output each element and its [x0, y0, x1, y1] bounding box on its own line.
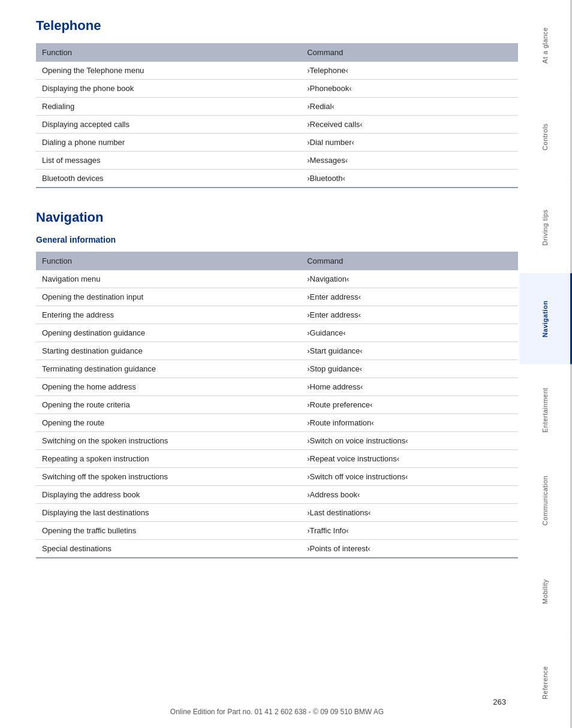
telephone-section: Telephone Function Command Opening the T…: [36, 18, 518, 188]
footer: 263 Online Edition for Part no. 01 41 2 …: [36, 697, 518, 716]
function-cell: Redialing: [36, 98, 301, 116]
command-cell: ›Bluetooth‹: [301, 170, 518, 188]
table-row: Special destinations›Points of interest‹: [36, 540, 518, 558]
telephone-table: Function Command Opening the Telephone m…: [36, 43, 518, 188]
table-row: List of messages›Messages‹: [36, 152, 518, 170]
command-cell: ›Home address‹: [301, 378, 518, 396]
command-cell: ›Repeat voice instructions‹: [301, 450, 518, 468]
navigation-table: Function Command Navigation menu›Navigat…: [36, 252, 518, 558]
table-row: Opening the Telephone menu›Telephone‹: [36, 62, 518, 80]
page-number: 263: [36, 697, 518, 706]
function-cell: Dialing a phone number: [36, 134, 301, 152]
function-cell: Opening the home address: [36, 378, 301, 396]
command-cell: ›Received calls‹: [301, 116, 518, 134]
main-content: Telephone Function Command Opening the T…: [36, 0, 518, 602]
table-row: Redialing›Redial‹: [36, 98, 518, 116]
command-cell: ›Address book‹: [301, 486, 518, 504]
function-cell: Opening the traffic bulletins: [36, 522, 301, 540]
footer-text: Online Edition for Part no. 01 41 2 602 …: [36, 708, 518, 716]
command-cell: ›Guidance‹: [301, 324, 518, 342]
table-row: Repeating a spoken instruction›Repeat vo…: [36, 450, 518, 468]
sidebar-tabs: At a glance Controls Driving tips Naviga…: [519, 0, 572, 728]
table-row: Switching off the spoken instructions›Sw…: [36, 468, 518, 486]
function-cell: Bluetooth devices: [36, 170, 301, 188]
sidebar-tab-driving-tips[interactable]: Driving tips: [519, 182, 572, 273]
sidebar-tab-navigation[interactable]: Navigation: [519, 273, 572, 364]
navigation-subsection: General information Function Command Nav…: [36, 235, 518, 558]
function-cell: Navigation menu: [36, 270, 301, 288]
table-row: Entering the address›Enter address‹: [36, 306, 518, 324]
navigation-col-command: Command: [301, 252, 518, 270]
general-information-title: General information: [36, 235, 518, 244]
command-cell: ›Phonebook‹: [301, 80, 518, 98]
table-row: Opening the traffic bulletins›Traffic In…: [36, 522, 518, 540]
telephone-col-function: Function: [36, 43, 301, 62]
command-cell: ›Start guidance‹: [301, 342, 518, 360]
table-row: Opening the route criteria›Route prefere…: [36, 396, 518, 414]
command-cell: ›Switch off voice instructions‹: [301, 468, 518, 486]
table-row: Opening the home address›Home address‹: [36, 378, 518, 396]
function-cell: Switching on the spoken instructions: [36, 432, 301, 450]
table-row: Dialing a phone number›Dial number‹: [36, 134, 518, 152]
function-cell: Opening the Telephone menu: [36, 62, 301, 80]
table-row: Switching on the spoken instructions›Swi…: [36, 432, 518, 450]
command-cell: ›Route preference‹: [301, 396, 518, 414]
table-row: Opening the route›Route information‹: [36, 414, 518, 432]
command-cell: ›Redial‹: [301, 98, 518, 116]
function-cell: Opening the destination input: [36, 288, 301, 306]
command-cell: ›Points of interest‹: [301, 540, 518, 558]
telephone-table-header-row: Function Command: [36, 43, 518, 62]
telephone-title: Telephone: [36, 18, 518, 34]
table-row: Starting destination guidance›Start guid…: [36, 342, 518, 360]
sidebar-tab-communication[interactable]: Communication: [519, 455, 572, 546]
function-cell: Displaying the phone book: [36, 80, 301, 98]
sidebar-tab-at-a-glance[interactable]: At a glance: [519, 0, 572, 91]
function-cell: Switching off the spoken instructions: [36, 468, 301, 486]
command-cell: ›Enter address‹: [301, 288, 518, 306]
navigation-section: Navigation General information Function …: [36, 210, 518, 558]
navigation-table-header-row: Function Command: [36, 252, 518, 270]
table-row: Terminating destination guidance›Stop gu…: [36, 360, 518, 378]
command-cell: ›Navigation‹: [301, 270, 518, 288]
function-cell: Entering the address: [36, 306, 301, 324]
function-cell: Displaying the address book: [36, 486, 301, 504]
sidebar-tab-reference[interactable]: Reference: [519, 637, 572, 728]
sidebar-tab-controls[interactable]: Controls: [519, 91, 572, 182]
command-cell: ›Dial number‹: [301, 134, 518, 152]
function-cell: Displaying the last destinations: [36, 504, 301, 522]
table-row: Navigation menu›Navigation‹: [36, 270, 518, 288]
command-cell: ›Last destinations‹: [301, 504, 518, 522]
sidebar-tab-mobility[interactable]: Mobility: [519, 546, 572, 637]
table-row: Displaying the last destinations›Last de…: [36, 504, 518, 522]
function-cell: Special destinations: [36, 540, 301, 558]
function-cell: Opening destination guidance: [36, 324, 301, 342]
sidebar-tab-entertainment[interactable]: Entertainment: [519, 364, 572, 455]
function-cell: Starting destination guidance: [36, 342, 301, 360]
navigation-title: Navigation: [36, 210, 518, 225]
table-row: Displaying accepted calls›Received calls…: [36, 116, 518, 134]
function-cell: List of messages: [36, 152, 301, 170]
command-cell: ›Enter address‹: [301, 306, 518, 324]
function-cell: Repeating a spoken instruction: [36, 450, 301, 468]
function-cell: Terminating destination guidance: [36, 360, 301, 378]
table-row: Bluetooth devices›Bluetooth‹: [36, 170, 518, 188]
table-row: Displaying the phone book›Phonebook‹: [36, 80, 518, 98]
command-cell: ›Stop guidance‹: [301, 360, 518, 378]
function-cell: Opening the route: [36, 414, 301, 432]
command-cell: ›Telephone‹: [301, 62, 518, 80]
telephone-col-command: Command: [301, 43, 518, 62]
table-row: Opening destination guidance›Guidance‹: [36, 324, 518, 342]
table-row: Opening the destination input›Enter addr…: [36, 288, 518, 306]
function-cell: Displaying accepted calls: [36, 116, 301, 134]
command-cell: ›Route information‹: [301, 414, 518, 432]
function-cell: Opening the route criteria: [36, 396, 301, 414]
navigation-col-function: Function: [36, 252, 301, 270]
table-row: Displaying the address book›Address book…: [36, 486, 518, 504]
command-cell: ›Messages‹: [301, 152, 518, 170]
command-cell: ›Switch on voice instructions‹: [301, 432, 518, 450]
command-cell: ›Traffic Info‹: [301, 522, 518, 540]
